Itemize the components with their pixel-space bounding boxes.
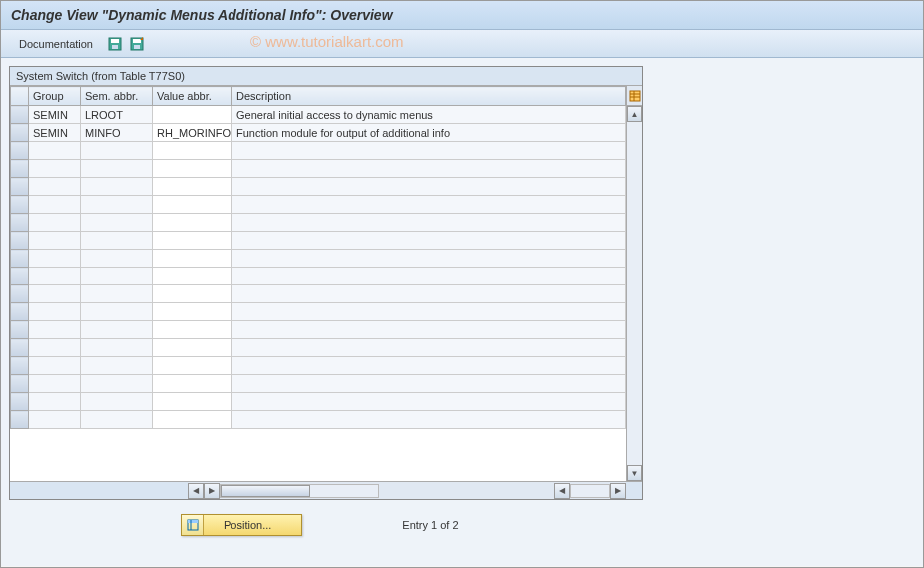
scroll-thumb-h1[interactable] — [221, 485, 310, 497]
cell-group[interactable]: SEMIN — [29, 124, 81, 142]
cell-sem[interactable] — [81, 232, 153, 250]
scroll-track-h1[interactable] — [220, 484, 379, 498]
cell-group[interactable] — [29, 232, 81, 250]
row-selector[interactable] — [11, 357, 29, 375]
cell-val[interactable] — [153, 357, 232, 375]
row-selector[interactable] — [11, 178, 29, 196]
scroll-right-icon[interactable]: ▶ — [204, 483, 220, 499]
cell-group[interactable] — [29, 142, 81, 160]
cell-sem[interactable] — [81, 393, 153, 411]
cell-sem[interactable] — [81, 303, 153, 321]
scroll-right2-icon[interactable]: ▶ — [610, 483, 626, 499]
cell-desc[interactable] — [232, 232, 626, 250]
table-row[interactable] — [11, 196, 626, 214]
cell-group[interactable] — [29, 393, 81, 411]
cell-group[interactable] — [29, 250, 81, 268]
table-row[interactable] — [11, 178, 626, 196]
cell-val[interactable] — [153, 196, 232, 214]
cell-sem[interactable] — [81, 285, 153, 303]
row-selector[interactable] — [11, 285, 29, 303]
col-header-val[interactable]: Value abbr. — [153, 87, 232, 106]
cell-desc[interactable] — [232, 321, 626, 339]
table-row[interactable] — [11, 214, 626, 232]
table-row[interactable] — [11, 268, 626, 285]
col-header-desc[interactable]: Description — [232, 87, 626, 106]
cell-val[interactable] — [153, 339, 232, 357]
cell-val[interactable] — [153, 285, 232, 303]
cell-val[interactable] — [153, 303, 232, 321]
scroll-up-icon[interactable]: ▲ — [627, 106, 642, 122]
cell-group[interactable] — [29, 411, 81, 429]
cell-desc[interactable] — [232, 250, 626, 268]
row-selector[interactable] — [11, 124, 29, 142]
cell-desc[interactable] — [232, 268, 626, 285]
hscroll-right-group[interactable]: ◀ ▶ — [554, 482, 626, 499]
row-selector[interactable] — [11, 411, 29, 429]
cell-val[interactable] — [153, 321, 232, 339]
cell-sem[interactable] — [81, 196, 153, 214]
cell-group[interactable] — [29, 178, 81, 196]
row-selector[interactable] — [11, 214, 29, 232]
cell-val[interactable]: RH_MORINFO — [153, 124, 232, 142]
cell-group[interactable] — [29, 214, 81, 232]
cell-desc[interactable] — [232, 178, 626, 196]
cell-group[interactable] — [29, 357, 81, 375]
cell-group[interactable] — [29, 339, 81, 357]
cell-desc[interactable] — [232, 285, 626, 303]
cell-val[interactable] — [153, 178, 232, 196]
cell-sem[interactable] — [81, 178, 153, 196]
cell-val[interactable] — [153, 142, 232, 160]
scroll-left2-icon[interactable]: ◀ — [554, 483, 570, 499]
table-row[interactable] — [11, 250, 626, 268]
cell-desc[interactable] — [232, 357, 626, 375]
cell-group[interactable] — [29, 321, 81, 339]
table-row[interactable] — [11, 160, 626, 178]
cell-desc[interactable] — [232, 196, 626, 214]
table-settings-icon[interactable] — [627, 86, 642, 106]
row-selector[interactable] — [11, 321, 29, 339]
vertical-scrollbar[interactable]: ▲ ▼ — [626, 86, 642, 481]
cell-sem[interactable]: MINFO — [81, 124, 153, 142]
cell-sem[interactable] — [81, 250, 153, 268]
cell-sem[interactable] — [81, 357, 153, 375]
cell-sem[interactable] — [81, 214, 153, 232]
table-row[interactable]: SEMINMINFORH_MORINFOFunction module for … — [11, 124, 626, 142]
cell-sem[interactable] — [81, 375, 153, 393]
cell-desc[interactable] — [232, 214, 626, 232]
row-selector[interactable] — [11, 339, 29, 357]
col-header-group[interactable]: Group — [29, 87, 81, 106]
cell-val[interactable] — [153, 232, 232, 250]
row-selector[interactable] — [11, 375, 29, 393]
cell-sem[interactable] — [81, 411, 153, 429]
cell-sem[interactable] — [81, 339, 153, 357]
cell-desc[interactable] — [232, 339, 626, 357]
table-row[interactable] — [11, 339, 626, 357]
cell-sem[interactable] — [81, 268, 153, 285]
table-row[interactable] — [11, 303, 626, 321]
cell-desc[interactable] — [232, 411, 626, 429]
cell-desc[interactable] — [232, 303, 626, 321]
cell-sem[interactable]: LROOT — [81, 106, 153, 124]
cell-group[interactable] — [29, 160, 81, 178]
row-selector[interactable] — [11, 232, 29, 250]
row-selector[interactable] — [11, 142, 29, 160]
row-selector[interactable] — [11, 268, 29, 285]
table-row[interactable]: SEMINLROOTGeneral initial access to dyna… — [11, 106, 626, 124]
cell-sem[interactable] — [81, 321, 153, 339]
cell-desc[interactable] — [232, 375, 626, 393]
cell-desc[interactable] — [232, 142, 626, 160]
cell-val[interactable] — [153, 250, 232, 268]
cell-group[interactable] — [29, 375, 81, 393]
cell-val[interactable] — [153, 160, 232, 178]
cell-val[interactable] — [153, 214, 232, 232]
cell-group[interactable] — [29, 285, 81, 303]
row-selector[interactable] — [11, 160, 29, 178]
cell-group[interactable] — [29, 268, 81, 285]
table-row[interactable] — [11, 411, 626, 429]
row-selector[interactable] — [11, 106, 29, 124]
cell-group[interactable] — [29, 196, 81, 214]
cell-desc[interactable] — [232, 160, 626, 178]
documentation-button[interactable]: Documentation — [11, 36, 101, 52]
cell-desc[interactable]: Function module for output of additional… — [232, 124, 626, 142]
cell-val[interactable] — [153, 106, 232, 124]
